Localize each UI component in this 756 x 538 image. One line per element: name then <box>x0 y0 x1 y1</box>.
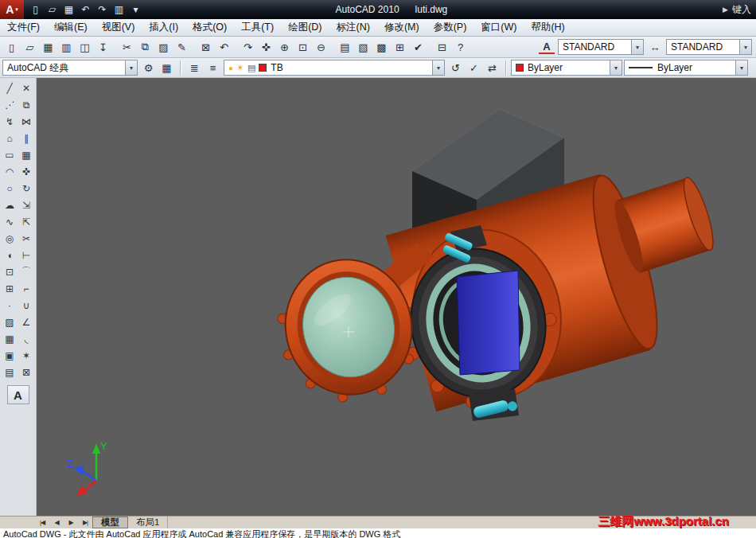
draw-ellipse-button[interactable]: ◎ <box>2 230 18 247</box>
draw-region-button[interactable]: ▣ <box>2 347 18 364</box>
menu-view[interactable]: 视图(V) <box>95 19 142 36</box>
modify-rotate-button[interactable]: ↻ <box>18 180 35 197</box>
drawing-viewport[interactable]: Y Z <box>37 78 756 516</box>
modify-move-button[interactable]: ✜ <box>18 163 35 180</box>
qat-save-button[interactable]: ▦ <box>60 2 77 18</box>
chevron-down-icon[interactable]: ▾ <box>610 60 622 75</box>
chevron-down-icon[interactable]: ▾ <box>432 60 444 75</box>
menu-file[interactable]: 文件(F) <box>0 19 47 36</box>
draw-spline-button[interactable]: ∿ <box>2 213 18 230</box>
tool-save-button[interactable]: ▦ <box>39 38 57 56</box>
tool-paste-button[interactable]: ▨ <box>154 38 173 56</box>
last-tab-button[interactable]: ▶| <box>78 517 92 528</box>
qat-open-button[interactable]: ▱ <box>44 2 60 18</box>
tool-properties-button[interactable]: ▤ <box>336 38 354 56</box>
chevron-down-icon[interactable]: ▾ <box>631 40 643 54</box>
tool-plot-button[interactable]: ▥ <box>57 38 76 56</box>
tool-workspace-settings-button[interactable]: ⚙ <box>139 59 158 76</box>
layer-freeze-icon[interactable]: ☀ <box>236 63 244 73</box>
tool-help-button[interactable]: ? <box>451 38 470 56</box>
tool-layer-match-button[interactable]: ✓ <box>465 59 483 76</box>
tool-zoom-previous-button[interactable]: ⊖ <box>312 38 330 56</box>
chevron-down-icon[interactable]: ▾ <box>739 40 751 54</box>
tool-open-button[interactable]: ▱ <box>21 38 39 56</box>
qat-redo-button[interactable]: ↷ <box>94 2 111 18</box>
infocenter-search-label[interactable]: 键入 <box>732 3 751 17</box>
modify-lock-button[interactable]: ⊠ <box>18 364 35 380</box>
next-tab-button[interactable]: ▶ <box>64 517 78 528</box>
menu-help[interactable]: 帮助(H) <box>524 19 571 36</box>
tool-tool-palettes-button[interactable]: ▩ <box>372 38 391 56</box>
workspace-select[interactable]: AutoCAD 经典 ▾ <box>2 60 138 76</box>
application-menu-button[interactable]: A ▾ <box>0 0 24 19</box>
draw-make-block-button[interactable]: ⊞ <box>2 280 18 297</box>
infocenter[interactable]: ▶ 键入 <box>723 3 756 17</box>
tool-designcenter-button[interactable]: ▧ <box>354 38 372 56</box>
qat-plot-button[interactable]: ▥ <box>111 2 127 18</box>
modify-break-button[interactable]: ⌐ <box>18 280 35 297</box>
tool-publish-button[interactable]: ↧ <box>94 38 112 56</box>
modify-join-button[interactable]: ∪ <box>18 297 35 314</box>
draw-insert-block-button[interactable]: ⊡ <box>2 263 18 280</box>
draw-ellipse-arc-button[interactable]: ◖ <box>2 247 18 263</box>
modify-stretch-button[interactable]: ⇱ <box>18 213 35 230</box>
layer-color-swatch[interactable] <box>259 64 267 72</box>
modify-scale-button[interactable]: ⇲ <box>18 197 35 213</box>
tool-copy-button[interactable]: ⧉ <box>136 38 154 56</box>
draw-polygon-button[interactable]: ⌂ <box>2 130 18 146</box>
tool-match-properties-button[interactable]: ✎ <box>173 38 191 56</box>
first-tab-button[interactable]: |◀ <box>35 517 49 528</box>
tool-zoom-realtime-button[interactable]: ⊕ <box>275 38 294 56</box>
draw-revision-cloud-button[interactable]: ☁ <box>2 197 18 213</box>
menu-edit[interactable]: 编辑(E) <box>47 19 95 36</box>
draw-point-button[interactable]: ∙ <box>2 297 18 314</box>
modify-erase-button[interactable]: ✕ <box>18 80 35 96</box>
draw-circle-button[interactable]: ○ <box>2 180 18 197</box>
draw-arc-button[interactable]: ◠ <box>2 163 18 180</box>
tool-cut-button[interactable]: ✂ <box>118 38 136 56</box>
tool-sheet-set-manager-button[interactable]: ⊞ <box>391 38 409 56</box>
menu-modify[interactable]: 修改(M) <box>377 19 427 36</box>
chevron-down-icon[interactable]: ▾ <box>735 60 747 75</box>
qat-new-button[interactable]: ▯ <box>27 2 44 18</box>
menu-window[interactable]: 窗口(W) <box>473 19 524 36</box>
modify-chamfer-button[interactable]: ∠ <box>18 314 35 330</box>
linetype-select[interactable]: ByLayer ▾ <box>624 60 748 76</box>
prev-tab-button[interactable]: ◀ <box>49 517 64 528</box>
tool-new-button[interactable]: ▯ <box>2 38 21 56</box>
tool-plot-preview-button[interactable]: ◫ <box>76 38 94 56</box>
tool-layer-properties-button[interactable]: ≣ <box>185 59 204 76</box>
modify-trim-button[interactable]: ✂ <box>18 230 35 247</box>
tool-workspace-save-button[interactable]: ▦ <box>158 59 176 76</box>
dim-style-select[interactable]: STANDARD ▾ <box>666 39 752 55</box>
draw-polyline-button[interactable]: ↯ <box>2 113 18 130</box>
tab-layout1[interactable]: 布局1 <box>128 517 168 528</box>
modify-explode-button[interactable]: ✶ <box>18 347 35 364</box>
menu-insert[interactable]: 插入(I) <box>142 19 185 36</box>
tool-layer-states-button[interactable]: ≡ <box>204 59 222 76</box>
tool-layer-isolate-button[interactable]: ⇄ <box>483 59 501 76</box>
multiline-text-button[interactable]: A <box>7 385 29 404</box>
modify-array-button[interactable]: ▦ <box>18 146 35 163</box>
modify-mirror-button[interactable]: ⋈ <box>18 113 35 130</box>
qat-undo-button[interactable]: ↶ <box>77 2 94 18</box>
tool-pan-button[interactable]: ✜ <box>257 38 275 56</box>
tool-undo-button[interactable]: ↶ <box>215 38 233 56</box>
tool-redo-button[interactable]: ↷ <box>239 38 257 56</box>
tool-quickcalc-button[interactable]: ⊟ <box>433 38 451 56</box>
object-color-select[interactable]: ByLayer ▾ <box>511 60 622 76</box>
menu-draw[interactable]: 绘图(D) <box>281 19 329 36</box>
layer-select[interactable]: ● ☀ ▤ TB ▾ <box>224 60 445 76</box>
menu-dimension[interactable]: 标注(N) <box>329 19 377 36</box>
tab-model[interactable]: 模型 <box>92 517 128 528</box>
text-style-select[interactable]: STANDARD ▾ <box>558 39 644 55</box>
draw-construction-line-button[interactable]: ⋰ <box>2 96 18 113</box>
tool-markup-button[interactable]: ✔ <box>409 38 427 56</box>
menu-tools[interactable]: 工具(T) <box>234 19 281 36</box>
menu-parametric[interactable]: 参数(P) <box>427 19 474 36</box>
tool-layer-previous-button[interactable]: ↺ <box>446 59 465 76</box>
modify-offset-button[interactable]: ∥ <box>18 130 35 146</box>
qat-customize-quick-access-button[interactable]: ▾ <box>127 2 144 18</box>
tool-zoom-window-button[interactable]: ⊡ <box>294 38 312 56</box>
draw-hatch-button[interactable]: ▨ <box>2 314 18 330</box>
